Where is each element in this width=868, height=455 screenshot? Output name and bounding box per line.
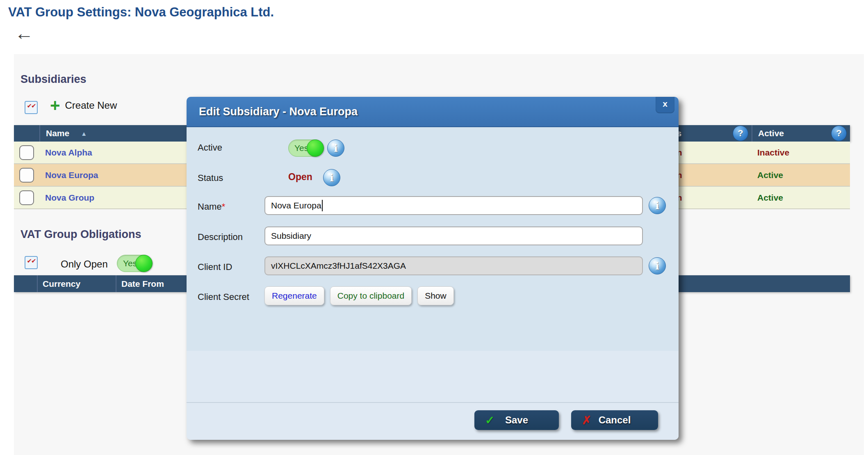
status-info-icon[interactable]: i <box>323 169 340 186</box>
header-name-label: Name <box>46 128 69 138</box>
save-button-label: Save <box>505 414 528 426</box>
active-value: Active <box>757 170 783 180</box>
toggle-knob-icon <box>135 255 153 272</box>
description-input[interactable]: Subsidiary <box>264 226 643 245</box>
name-info-icon[interactable]: i <box>649 197 666 214</box>
obligations-heading: VAT Group Obligations <box>21 228 141 241</box>
row-checkbox[interactable] <box>19 168 34 183</box>
dialog-title: Edit Subsidiary - Nova Europa <box>199 97 358 126</box>
header-currency-label: Currency <box>43 279 80 289</box>
name-label-text: Name <box>198 201 222 212</box>
only-open-toggle[interactable]: Yes <box>117 255 152 272</box>
plus-icon: + <box>50 98 60 112</box>
client-id-value: vIXHCLcXAmcz3fHJ1afS42X3AGA <box>271 261 406 271</box>
active-value: Active <box>757 193 783 203</box>
multi-select-icon[interactable]: ✔✔ <box>25 101 38 114</box>
status-field-label: Status <box>198 173 223 183</box>
subsidiary-link[interactable]: Nova Alpha <box>45 148 92 158</box>
active-toggle[interactable]: Yes <box>288 139 324 157</box>
required-mark: * <box>222 201 226 212</box>
toggle-knob-icon <box>307 139 324 157</box>
check-icon: ✓ <box>485 414 494 427</box>
dialog-titlebar[interactable]: Edit Subsidiary - Nova Europa x <box>187 97 679 127</box>
only-open-label: Only Open <box>61 258 108 270</box>
active-field-label: Active <box>198 142 222 153</box>
create-new-button[interactable]: + Create New <box>50 98 117 112</box>
save-button[interactable]: ✓ Save <box>474 410 559 430</box>
multi-select-icon[interactable]: ✔✔ <box>25 256 38 269</box>
cancel-button[interactable]: ✗ Cancel <box>571 410 658 430</box>
name-input[interactable]: Nova Europa <box>264 196 643 215</box>
subsidiary-link[interactable]: Nova Europa <box>45 170 98 180</box>
subsidiary-link[interactable]: Nova Group <box>45 193 94 203</box>
header-checkbox-column <box>14 125 39 142</box>
cross-icon: ✗ <box>582 414 591 427</box>
active-info-icon[interactable]: i <box>327 139 344 157</box>
description-field-label: Description <box>198 232 243 242</box>
edit-subsidiary-dialog: Edit Subsidiary - Nova Europa x Active Y… <box>187 97 679 440</box>
regenerate-button[interactable]: Regenerate <box>264 286 324 305</box>
active-value: Inactive <box>757 148 789 158</box>
header-active[interactable]: Active ? <box>752 125 850 142</box>
status-field-value: Open <box>288 171 312 183</box>
client-id-field-label: Client ID <box>198 262 232 272</box>
page-title: VAT Group Settings: Nova Geographica Ltd… <box>8 5 274 20</box>
back-icon[interactable]: ← <box>15 24 34 43</box>
header-date-from-label: Date From <box>121 279 164 289</box>
client-secret-field-label: Client Secret <box>198 292 249 302</box>
create-new-label: Create New <box>65 100 117 111</box>
copy-to-clipboard-button[interactable]: Copy to clipboard <box>330 286 412 305</box>
client-id-input: vIXHCLcXAmcz3fHJ1afS42X3AGA <box>264 256 643 275</box>
header-active-label: Active <box>758 128 784 138</box>
show-button[interactable]: Show <box>417 286 454 305</box>
row-checkbox[interactable] <box>19 190 34 205</box>
sort-asc-icon[interactable]: ▲ <box>81 130 87 137</box>
text-caret <box>322 200 323 211</box>
name-input-value: Nova Europa <box>271 201 321 210</box>
cancel-button-label: Cancel <box>599 414 631 426</box>
header-currency[interactable]: Currency <box>37 275 116 292</box>
name-field-label: Name* <box>198 201 225 212</box>
row-checkbox[interactable] <box>19 145 34 160</box>
close-icon[interactable]: x <box>656 97 674 113</box>
description-input-value: Subsidiary <box>271 231 311 241</box>
status-help-icon[interactable]: ? <box>733 126 748 141</box>
client-id-info-icon[interactable]: i <box>649 257 666 274</box>
active-help-icon[interactable]: ? <box>831 126 847 141</box>
header-date-from[interactable]: Date From <box>116 275 197 292</box>
header-checkbox-column <box>14 275 37 292</box>
subsidiaries-heading: Subsidiaries <box>21 73 87 86</box>
